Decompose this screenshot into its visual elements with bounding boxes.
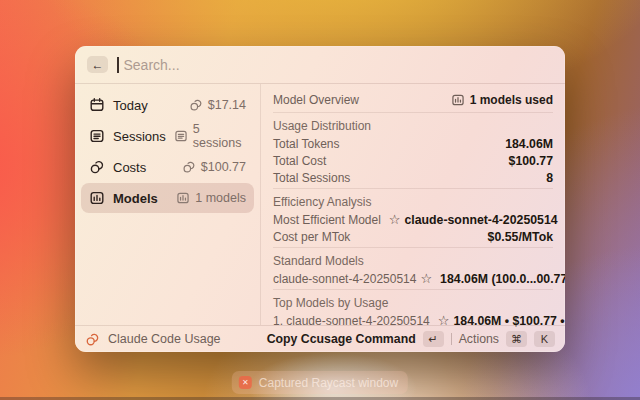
row-value-text: claude-sonnet-4-20250514 xyxy=(404,213,557,227)
list-icon xyxy=(174,129,188,143)
sidebar-item-accessory: 5 sessions xyxy=(174,122,246,150)
metadata-row: Most Efficient Model ☆ claude-sonnet-4-2… xyxy=(273,211,553,228)
app-name: Claude Code Usage xyxy=(108,332,221,346)
statusbar-separator xyxy=(451,333,452,345)
actions-menu-button[interactable]: Actions xyxy=(459,332,499,346)
sidebar-item-label: Costs xyxy=(113,160,146,175)
coins-icon xyxy=(182,160,196,174)
detail-header-accessory: 1 models used xyxy=(451,93,553,107)
capture-toast-label: Captured Raycast window xyxy=(259,376,398,390)
sidebar-item-label: Sessions xyxy=(113,129,166,144)
bar-chart-icon xyxy=(89,190,105,206)
sidebar-item-accessory: 1 models xyxy=(176,191,246,205)
row-label: Total Tokens xyxy=(273,137,340,151)
detail-header: Model Overview 1 models used xyxy=(273,89,553,110)
sidebar-item-today[interactable]: Today $17.14 xyxy=(81,90,254,120)
section-title-top-models: Top Models by Usage xyxy=(273,293,553,312)
metadata-row: Total Sessions 8 xyxy=(273,169,553,186)
capture-toast: ✕ Captured Raycast window xyxy=(232,371,408,394)
divider xyxy=(273,247,553,248)
cmd-key-badge: ⌘ xyxy=(506,331,527,347)
statusbar-actions: Copy Ccusage Command ↵ Actions ⌘ K xyxy=(267,331,555,347)
window-content: Today $17.14 Sessions 5 sessions Costs xyxy=(75,84,565,325)
metadata-row: Total Tokens 184.06M xyxy=(273,135,553,152)
star-icon: ☆ xyxy=(420,272,432,285)
sidebar-item-accessory: $100.77 xyxy=(182,160,246,174)
section-title-efficiency-analysis: Efficiency Analysis xyxy=(273,192,553,211)
sidebar-item-models[interactable]: Models 1 models xyxy=(81,183,254,213)
divider xyxy=(273,289,553,290)
row-label: Most Efficient Model xyxy=(273,213,381,227)
row-value: 8 xyxy=(546,171,553,185)
status-bar: Claude Code Usage Copy Ccusage Command ↵… xyxy=(75,325,565,352)
models-used-count: 1 models used xyxy=(470,93,553,107)
row-label: Total Cost xyxy=(273,154,326,168)
coins-icon xyxy=(189,98,203,112)
search-bar: ← xyxy=(75,46,565,84)
row-value: $100.77 xyxy=(509,154,553,168)
text-caret xyxy=(117,57,119,73)
detail-panel: Model Overview 1 models used Usage Distr… xyxy=(261,84,565,325)
sidebar-item-value: 5 sessions xyxy=(193,122,246,150)
k-key-badge: K xyxy=(534,331,555,347)
sidebar-list: Today $17.14 Sessions 5 sessions Costs xyxy=(75,84,261,325)
coins-icon xyxy=(85,332,100,347)
close-icon: ✕ xyxy=(242,378,249,387)
capture-toast-icon: ✕ xyxy=(239,376,252,389)
search-input[interactable] xyxy=(124,57,554,73)
primary-action-button[interactable]: Copy Ccusage Command xyxy=(267,332,416,346)
calendar-icon xyxy=(89,97,105,113)
sidebar-item-costs[interactable]: Costs $100.77 xyxy=(81,152,254,182)
section-title-standard-models: Standard Models xyxy=(273,251,553,270)
divider xyxy=(273,112,553,113)
back-button[interactable]: ← xyxy=(87,56,108,73)
star-icon: ☆ xyxy=(389,213,401,226)
row-value: 184.06M (100.0...00.77 • 8 sessions xyxy=(440,272,565,286)
row-label: Total Sessions xyxy=(273,171,350,185)
sidebar-item-label: Today xyxy=(113,98,148,113)
sidebar-item-value: 1 models xyxy=(195,191,246,205)
row-value: ☆ claude-sonnet-4-20250514 xyxy=(389,213,558,227)
section-title-usage-distribution: Usage Distribution xyxy=(273,116,553,135)
metadata-row: claude-sonnet-4-20250514 ☆ 184.06M (100.… xyxy=(273,270,553,287)
row-label-text: claude-sonnet-4-20250514 xyxy=(273,272,416,286)
return-key-badge: ↵ xyxy=(423,331,444,347)
row-value: $0.55/MTok xyxy=(488,230,553,244)
detail-title: Model Overview xyxy=(273,93,359,107)
coins-icon xyxy=(89,159,105,175)
row-label: Cost per MTok xyxy=(273,230,350,244)
sidebar-item-value: $17.14 xyxy=(208,98,246,112)
sidebar-item-label: Models xyxy=(113,191,158,206)
bar-chart-icon xyxy=(176,191,190,205)
raycast-window: ← Today $17.14 Sessions 5 sessions xyxy=(75,46,565,352)
back-arrow-icon: ← xyxy=(92,58,104,72)
row-label: claude-sonnet-4-20250514 ☆ xyxy=(273,272,432,286)
bar-chart-icon xyxy=(451,93,465,107)
metadata-row: Cost per MTok $0.55/MTok xyxy=(273,228,553,245)
sidebar-item-value: $100.77 xyxy=(201,160,246,174)
divider xyxy=(273,188,553,189)
list-icon xyxy=(89,128,105,144)
row-value: 184.06M xyxy=(505,137,553,151)
sidebar-item-accessory: $17.14 xyxy=(189,98,246,112)
sidebar-item-sessions[interactable]: Sessions 5 sessions xyxy=(81,121,254,151)
metadata-row: Total Cost $100.77 xyxy=(273,152,553,169)
